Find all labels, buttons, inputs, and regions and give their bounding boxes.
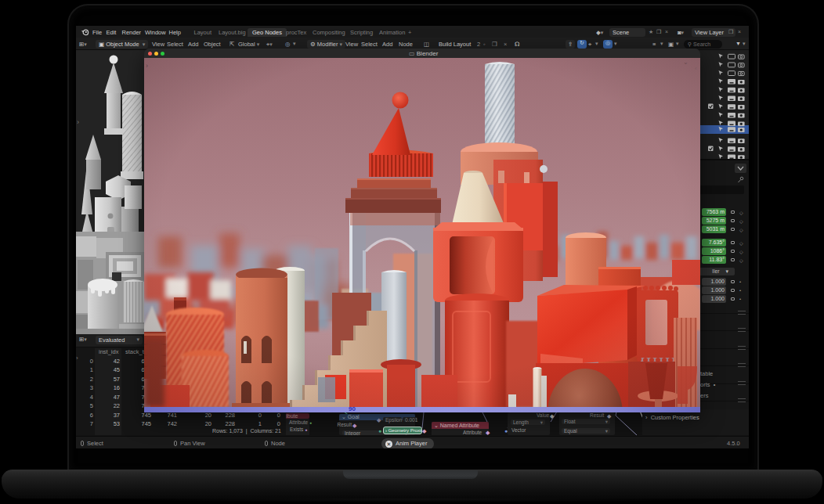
svg-text:›: › [146, 62, 148, 70]
svg-text:›: › [77, 118, 79, 126]
svg-text:‹: ‹ [695, 65, 697, 72]
svg-text:⌄: ⌄ [683, 59, 688, 66]
svg-text:› Custom Properties: › Custom Properties [645, 414, 699, 421]
